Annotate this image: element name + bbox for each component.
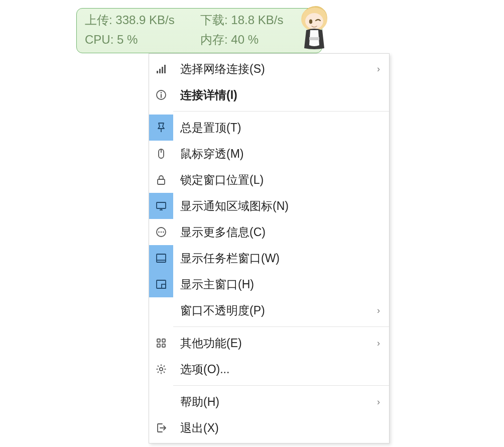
mem-label: 内存:	[200, 33, 228, 46]
submenu-arrow-icon: ›	[370, 397, 380, 407]
menu-item-conn-details[interactable]: 连接详情(I)	[149, 82, 389, 108]
gear-icon	[149, 356, 173, 382]
mouse-icon	[149, 141, 173, 167]
menu-item-label: 窗口不透明度(P)	[173, 303, 370, 318]
menu-item-lock-pos[interactable]: 锁定窗口位置(L)	[149, 167, 389, 193]
no-icon	[149, 297, 173, 323]
menu-item-label: 显示主窗口(H)	[173, 277, 370, 292]
menu-item-exit[interactable]: 退出(X)	[149, 415, 389, 441]
ellipsis-icon	[149, 219, 173, 245]
menu-item-select-network[interactable]: 选择网络连接(S)›	[149, 56, 389, 82]
menu-item-main-window[interactable]: 显示主窗口(H)	[149, 271, 389, 297]
menu-item-label: 显示更多信息(C)	[173, 225, 370, 240]
menu-item-label: 选择网络连接(S)	[173, 61, 370, 77]
no-icon	[149, 389, 173, 415]
menu-item-taskbar-window[interactable]: 显示任务栏窗口(W)	[149, 245, 389, 271]
tray-icon	[149, 193, 173, 219]
menu-separator	[173, 385, 389, 386]
menu-item-label: 其他功能(E)	[173, 336, 370, 351]
context-menu: 选择网络连接(S)›连接详情(I)总是置顶(T)鼠标穿透(M)锁定窗口位置(L)…	[149, 53, 390, 443]
menu-item-tray-icon[interactable]: 显示通知区域图标(N)	[149, 193, 389, 219]
mainwin-icon	[149, 271, 173, 297]
menu-item-label: 帮助(H)	[173, 394, 370, 410]
menu-item-options[interactable]: 选项(O)...	[149, 356, 389, 382]
menu-item-label: 选项(O)...	[173, 362, 370, 377]
upload-cell: 上传: 338.9 KB/s	[85, 12, 198, 30]
mem-value: 40 %	[231, 33, 259, 46]
menu-separator	[173, 111, 389, 111]
upload-value: 338.9 KB/s	[115, 13, 174, 27]
download-label: 下载:	[200, 13, 228, 27]
download-value: 18.8 KB/s	[231, 13, 283, 27]
menu-item-label: 显示任务栏窗口(W)	[173, 251, 370, 266]
signal-icon	[149, 56, 173, 82]
system-monitor-widget[interactable]: 上传: 338.9 KB/s 下载: 18.8 KB/s CPU: 5 % 内存…	[76, 8, 322, 53]
submenu-arrow-icon: ›	[370, 305, 380, 316]
exit-icon	[149, 415, 173, 441]
menu-item-label: 连接详情(I)	[173, 87, 370, 103]
menu-item-label: 退出(X)	[173, 420, 370, 436]
mem-cell: 内存: 40 %	[200, 31, 314, 50]
menu-item-always-top[interactable]: 总是置顶(T)	[149, 115, 389, 141]
menu-item-show-more[interactable]: 显示更多信息(C)	[149, 219, 389, 245]
menu-item-mouse-through[interactable]: 鼠标穿透(M)	[149, 141, 389, 167]
cpu-label: CPU:	[85, 33, 113, 46]
menu-item-label: 显示通知区域图标(N)	[173, 198, 370, 214]
menu-separator	[173, 326, 389, 327]
info-icon	[149, 82, 173, 108]
menu-item-help[interactable]: 帮助(H)›	[149, 389, 389, 415]
lock-icon	[149, 167, 173, 193]
submenu-arrow-icon: ›	[370, 64, 380, 74]
menu-item-opacity[interactable]: 窗口不透明度(P)›	[149, 297, 389, 323]
submenu-arrow-icon: ›	[370, 338, 380, 349]
cpu-value: 5 %	[117, 33, 138, 46]
taskbar-icon	[149, 245, 173, 271]
menu-item-other-func[interactable]: 其他功能(E)›	[149, 330, 389, 356]
upload-label: 上传:	[85, 13, 112, 27]
grid-icon	[149, 330, 173, 356]
pin-icon	[149, 115, 173, 141]
menu-item-label: 鼠标穿透(M)	[173, 146, 370, 162]
menu-item-label: 锁定窗口位置(L)	[173, 172, 370, 188]
cpu-cell: CPU: 5 %	[85, 31, 198, 50]
download-cell: 下载: 18.8 KB/s	[200, 12, 314, 30]
menu-item-label: 总是置顶(T)	[173, 120, 370, 136]
